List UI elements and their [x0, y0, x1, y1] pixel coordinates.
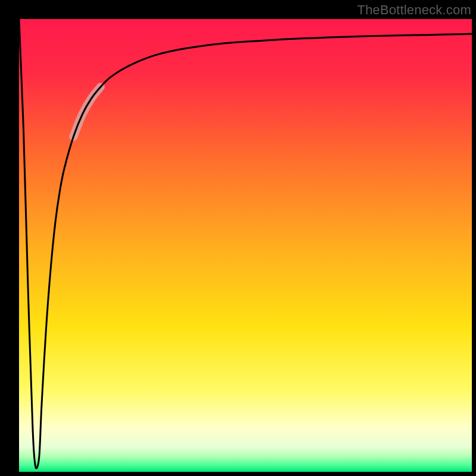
- chart-frame: TheBottleneck.com: [0, 0, 476, 476]
- bottleneck-chart: [19, 19, 472, 472]
- plot-area: [19, 19, 472, 472]
- gradient-background: [19, 19, 472, 472]
- attribution-watermark: TheBottleneck.com: [357, 2, 471, 18]
